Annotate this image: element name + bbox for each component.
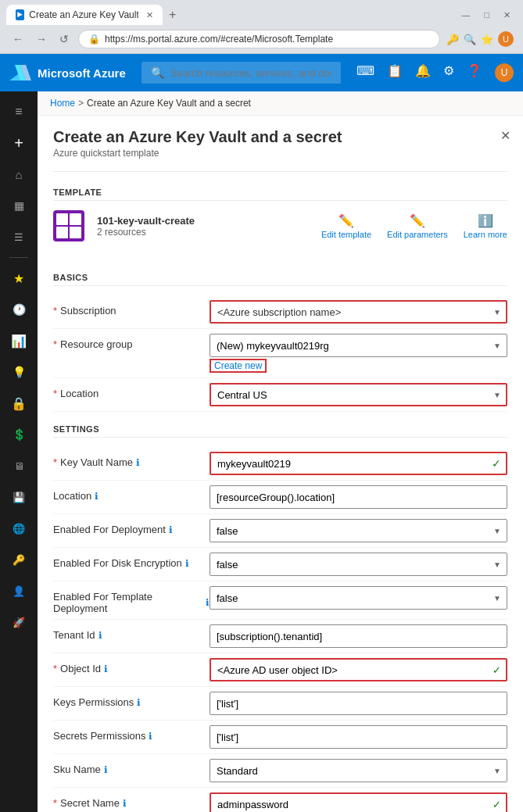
subscription-select[interactable]: <Azure subscription name> <box>210 300 507 324</box>
keys-permissions-input[interactable] <box>210 692 507 715</box>
location-required-star: * <box>53 388 57 399</box>
tenant-id-row: Tenant Id ℹ <box>53 620 507 653</box>
settings-icon[interactable]: ⚙ <box>443 63 454 82</box>
favorites-icon[interactable]: ⭐ <box>481 34 493 45</box>
breadcrumb-home[interactable]: Home <box>50 98 75 109</box>
new-tab-button[interactable]: + <box>163 5 182 25</box>
directory-icon[interactable]: 📋 <box>387 63 403 82</box>
bookmark-icon[interactable]: 🔑 <box>446 34 459 45</box>
key-vault-name-input[interactable] <box>210 452 507 475</box>
tab-favicon <box>16 9 24 20</box>
sidebar-item-allservices[interactable]: ☰ <box>5 223 33 251</box>
notifications-icon[interactable]: 🔔 <box>415 63 431 82</box>
sku-name-info-icon[interactable]: ℹ <box>104 764 108 775</box>
sidebar-item-favorites[interactable]: ★ <box>5 264 33 292</box>
sidebar-item-key[interactable]: 🔑 <box>5 546 33 574</box>
nav-back-button[interactable]: ← <box>9 31 27 47</box>
enabled-template-deployment-select[interactable]: false true <box>210 586 507 610</box>
location-select-wrapper: Central US ▼ <box>210 383 507 406</box>
sidebar-item-network[interactable]: 🌐 <box>5 514 33 542</box>
window-maximize-button[interactable]: □ <box>478 9 496 21</box>
header-search-icon: 🔍 <box>151 66 164 79</box>
sidebar-item-monitor[interactable]: 📊 <box>5 327 33 355</box>
resource-group-select[interactable]: (New) mykeyvault0219rg <box>210 334 507 357</box>
secret-name-input[interactable] <box>210 792 507 812</box>
help-icon[interactable]: ❓ <box>467 63 482 82</box>
edit-parameters-label: Edit parameters <box>387 230 448 239</box>
basics-form: * Subscription <Azure subscription name>… <box>53 295 507 412</box>
template-icon <box>53 210 84 241</box>
sidebar: ≡ + ⌂ ▦ ☰ ★ 🕐 📊 💡 🔒 💲 🖥 💾 🌐 🔑 👤 🚀 <box>0 91 38 812</box>
tenant-id-input[interactable] <box>210 624 507 648</box>
object-id-control: ✓ <box>210 658 507 681</box>
location-select[interactable]: Central US <box>210 383 507 406</box>
object-id-info-icon[interactable]: ℹ <box>104 664 108 674</box>
secret-name-label: * Secret Name ℹ <box>53 792 210 809</box>
window-close-button[interactable]: ✕ <box>497 9 517 22</box>
enabled-deployment-info-icon[interactable]: ℹ <box>169 524 173 535</box>
tab-title: Create an Azure Key Vault and a <box>29 9 138 20</box>
tenant-id-info-icon[interactable]: ℹ <box>99 630 102 641</box>
sidebar-item-virtual[interactable]: 🖥 <box>5 452 33 480</box>
subscription-required-star: * <box>53 305 57 317</box>
create-new-link[interactable]: Create new <box>210 359 267 373</box>
sidebar-item-rocket[interactable]: 🚀 <box>5 608 33 636</box>
sidebar-item-security[interactable]: 🔒 <box>5 389 33 417</box>
learn-more-icon: ℹ️ <box>478 213 493 228</box>
sidebar-item-advisor[interactable]: 💡 <box>5 358 33 386</box>
edit-template-icon: ✏️ <box>339 213 354 228</box>
enabled-deployment-select[interactable]: false true <box>210 519 507 542</box>
subscription-label: * Subscription <box>53 300 210 317</box>
enabled-template-deployment-row: Enabled For Template Deployment ℹ false … <box>53 581 507 620</box>
edit-parameters-button[interactable]: ✏️ Edit parameters <box>387 213 448 239</box>
browser-tab[interactable]: Create an Azure Key Vault and a ✕ <box>6 5 163 25</box>
sidebar-item-storage[interactable]: 💾 <box>5 483 33 511</box>
tab-close-icon[interactable]: ✕ <box>146 10 153 20</box>
enabled-disk-encryption-info-icon[interactable]: ℹ <box>185 558 189 569</box>
sidebar-item-dashboard[interactable]: ▦ <box>5 191 33 220</box>
sidebar-item-user[interactable]: 👤 <box>5 577 33 605</box>
location-setting-info-icon[interactable]: ℹ <box>95 491 99 502</box>
template-info: 101-key-vault-create 2 resources <box>97 215 309 238</box>
nav-refresh-button[interactable]: ↺ <box>56 31 72 47</box>
keys-permissions-info-icon[interactable]: ℹ <box>137 697 141 708</box>
tenant-id-label: Tenant Id ℹ <box>53 624 210 641</box>
sidebar-item-recent[interactable]: 🕐 <box>5 295 33 324</box>
account-icon[interactable]: U <box>495 63 514 82</box>
secrets-permissions-control <box>210 725 507 749</box>
keys-permissions-label: Keys Permissions ℹ <box>53 692 210 708</box>
browser-search-icon[interactable]: 🔍 <box>464 34 476 45</box>
sku-name-control: Standard Premium ▼ <box>210 759 507 782</box>
template-resources: 2 resources <box>97 227 309 238</box>
location-setting-label: Location ℹ <box>53 485 210 502</box>
secrets-permissions-info-icon[interactable]: ℹ <box>149 731 152 742</box>
secret-name-info-icon[interactable]: ℹ <box>123 798 127 809</box>
enabled-disk-encryption-select[interactable]: false true <box>210 553 507 576</box>
edit-template-button[interactable]: ✏️ Edit template <box>321 213 371 239</box>
sidebar-item-menu[interactable]: ≡ <box>5 98 33 126</box>
enabled-deployment-row: Enabled For Deployment ℹ false true ▼ <box>53 514 507 548</box>
secrets-permissions-input[interactable] <box>210 725 507 749</box>
panel-close-button[interactable]: ✕ <box>500 128 510 143</box>
cloud-shell-icon[interactable]: ⌨ <box>356 63 374 82</box>
window-minimize-button[interactable]: — <box>455 9 476 21</box>
location-setting-input[interactable] <box>210 485 507 509</box>
address-bar[interactable]: 🔒 https://ms.portal.azure.com/#create/Mi… <box>78 30 440 48</box>
key-vault-name-row: * Key Vault Name ℹ ✓ <box>53 447 507 481</box>
object-id-input[interactable] <box>210 658 507 681</box>
sku-name-select[interactable]: Standard Premium <box>210 759 507 782</box>
header-search-input[interactable] <box>170 67 331 79</box>
resource-group-select-wrapper: (New) mykeyvault0219rg ▼ <box>210 334 507 357</box>
sidebar-item-create[interactable]: + <box>5 129 33 157</box>
sidebar-item-home[interactable]: ⌂ <box>5 160 33 188</box>
secrets-permissions-row: Secrets Permissions ℹ <box>53 721 507 754</box>
breadcrumb: Home > Create an Azure Key Vault and a s… <box>38 91 523 116</box>
sidebar-item-cost[interactable]: 💲 <box>5 420 33 449</box>
browser-account-icon[interactable]: U <box>498 31 514 47</box>
learn-more-button[interactable]: ℹ️ Learn more <box>464 213 507 239</box>
key-vault-name-info-icon[interactable]: ℹ <box>136 457 140 468</box>
location-setting-row: Location ℹ <box>53 481 507 514</box>
panel-subtitle: Azure quickstart template <box>53 148 507 159</box>
nav-forward-button[interactable]: → <box>33 31 50 47</box>
subscription-row: * Subscription <Azure subscription name>… <box>53 295 507 329</box>
